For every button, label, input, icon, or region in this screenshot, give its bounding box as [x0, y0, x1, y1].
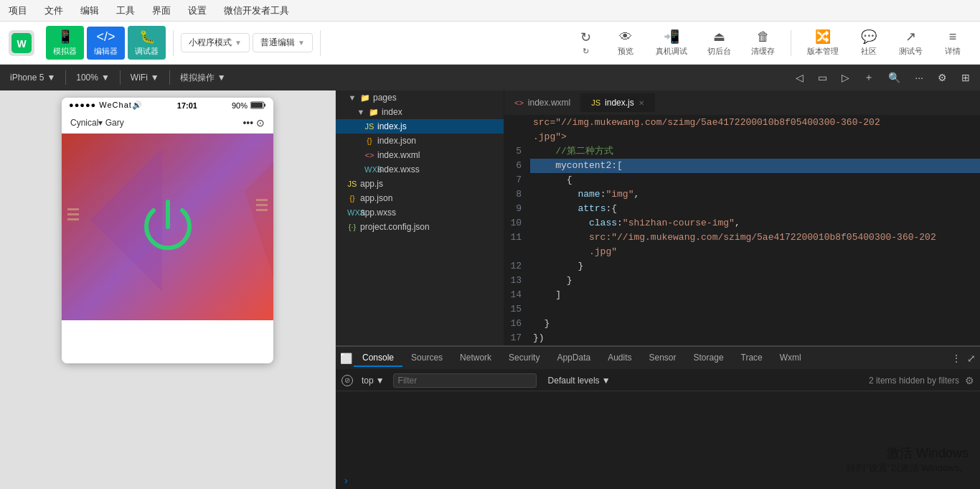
file-project-config[interactable]: {·} project.config.json: [336, 220, 504, 234]
line-content-5: //第二种方式: [530, 144, 980, 159]
code-editor-panel: <> index.wxml JS index.js ✕ src="//img.m…: [504, 90, 980, 489]
tab-index-js[interactable]: JS index.js ✕: [581, 93, 655, 112]
console-gear-icon[interactable]: ⚙: [965, 375, 974, 386]
console-tab-appdata[interactable]: AppData: [548, 350, 599, 367]
folder-pages[interactable]: ▼ 📁 pages: [336, 90, 504, 105]
zoom-select[interactable]: 100% ▼: [72, 71, 114, 84]
code-line-16: 16 }: [504, 317, 980, 331]
more-icon[interactable]: ···: [910, 70, 928, 85]
menu-item-devtools[interactable]: 微信开发者工具: [221, 3, 292, 19]
console-filter-input[interactable]: [504, 373, 537, 388]
cutbg-button[interactable]: ⏏ 切后台: [699, 26, 740, 60]
tab-index-wxml[interactable]: <> index.wxml: [504, 93, 581, 112]
file-app-wxss-label: app.wxss: [360, 208, 396, 218]
detail-label: 详情: [945, 46, 961, 57]
folder-index[interactable]: ▼ 📁 index: [336, 105, 504, 119]
version-icon: 🔀: [815, 29, 831, 45]
code-line-17: 17 }): [504, 331, 980, 345]
file-index-json[interactable]: {} index.json: [336, 134, 504, 148]
console-expand-icon[interactable]: ⤢: [966, 351, 977, 365]
code-line-15: 15: [504, 302, 980, 317]
menu-item-edit[interactable]: 编辑: [77, 3, 102, 19]
clear-label: 清缓存: [751, 46, 775, 57]
realdev-icon: 📲: [664, 29, 679, 45]
file-index-js[interactable]: JS index.js: [336, 119, 504, 134]
menu-item-interface[interactable]: 界面: [149, 3, 174, 19]
console-tab-sensor[interactable]: Sensor: [641, 350, 685, 367]
console-tab-storage[interactable]: Storage: [685, 350, 732, 367]
code-line-7: 7 {: [504, 173, 980, 187]
operation-select[interactable]: 模拟操作 ▼: [176, 70, 230, 85]
right-decor: [256, 199, 268, 211]
network-select[interactable]: WiFi ▼: [126, 71, 164, 84]
cutbg-icon: ⏏: [713, 29, 725, 45]
community-button[interactable]: 💬 社区: [850, 26, 887, 60]
tab-close-icon[interactable]: ✕: [639, 99, 644, 107]
file-app-wxss[interactable]: WXS app.wxss: [336, 205, 504, 220]
clear-icon: 🗑: [757, 29, 770, 45]
file-index-json-label: index.json: [377, 136, 416, 146]
back-page-icon[interactable]: ◁: [791, 70, 808, 85]
console-level-select[interactable]: Default levels ▼: [548, 376, 611, 386]
code-line-9: 9 attrs:{: [504, 202, 980, 216]
zoom-value: 100%: [76, 73, 98, 83]
menu-item-settings[interactable]: 设置: [185, 3, 209, 19]
menu-item-tools[interactable]: 工具: [113, 3, 138, 19]
console-tab-wxml[interactable]: Wxml: [771, 350, 810, 367]
svg-rect-3: [251, 103, 263, 108]
clear-button[interactable]: 🗑 清缓存: [743, 27, 783, 60]
phone-back[interactable]: Cynical▾ Gary: [70, 118, 124, 128]
line-content-15: [530, 302, 980, 317]
line-content-17: }): [530, 331, 980, 345]
console-level-arrow: ▼: [602, 376, 611, 386]
folder-index-arrow: ▼: [356, 108, 366, 116]
test-button[interactable]: ↗ 测试号: [890, 26, 931, 60]
compile-select[interactable]: 普通编辑 ▼: [253, 33, 313, 52]
phone-battery: 90%: [232, 101, 266, 110]
file-app-json[interactable]: {} app.json: [336, 191, 504, 205]
community-icon: 💬: [861, 29, 877, 45]
mode-select-arrow: ▼: [235, 39, 242, 47]
test-label: 测试号: [899, 46, 923, 57]
toolbar-right: ↻ ↻ 👁 预览 📲 真机调试 ⏏ 切后台 🗑 清缓存 🔀 版本管理 💬 社区: [567, 26, 971, 60]
simulator-button[interactable]: 📱 模拟器: [46, 26, 84, 60]
console-tab-security[interactable]: Security: [504, 350, 548, 367]
line-num-7: 7: [504, 173, 530, 187]
tab-wxml-icon: <>: [514, 98, 524, 107]
line-num-11: 11: [504, 230, 530, 245]
toolbar-separator-3: [791, 30, 791, 56]
preview-button[interactable]: 👁 预览: [607, 27, 644, 60]
device-select[interactable]: iPhone 5 ▼: [6, 71, 60, 84]
realdev-button[interactable]: 📲 真机调试: [647, 26, 696, 60]
device-name: iPhone 5: [10, 73, 44, 83]
layout-icon[interactable]: ⊞: [957, 70, 974, 85]
detail-button[interactable]: ≡ 详情: [934, 27, 971, 60]
editor-button[interactable]: </> 编辑器: [87, 27, 125, 60]
line-content-11: src:"//img.mukewang.com/szimg/5ae4172200…: [530, 230, 980, 245]
mode-select[interactable]: 小程序模式 ▼: [181, 33, 250, 52]
line-num-top: [504, 116, 530, 130]
dev-settings-icon[interactable]: ⚙: [933, 70, 951, 85]
file-index-wxss[interactable]: WXS index.wxss: [336, 162, 504, 177]
app-logo: W: [9, 30, 34, 56]
add-icon[interactable]: ＋: [859, 70, 878, 85]
phone-frame-icon[interactable]: ▭: [814, 70, 831, 85]
file-app-js[interactable]: JS app.js: [336, 177, 504, 191]
version-button[interactable]: 🔀 版本管理: [798, 26, 847, 60]
tab-wxml-label: index.wxml: [528, 98, 570, 108]
file-index-wxml[interactable]: <> index.wxml: [336, 148, 504, 162]
forward-icon[interactable]: ▷: [837, 70, 854, 85]
editor-label: 编辑器: [94, 46, 118, 57]
compile-button[interactable]: ↻ ↻: [567, 27, 604, 59]
search-icon[interactable]: 🔍: [884, 70, 905, 85]
tab-js-label: index.js: [605, 98, 634, 108]
console-more-icon[interactable]: ⋮: [950, 351, 963, 365]
line-num-5: 5: [504, 144, 530, 159]
debugger-button[interactable]: 🐛 调试器: [128, 26, 166, 60]
console-tab-trace[interactable]: Trace: [732, 350, 771, 367]
menu-item-project[interactable]: 项目: [6, 3, 30, 19]
line-content-14: ]: [530, 288, 980, 302]
code-line-top2: .jpg">: [504, 130, 980, 144]
menu-item-file[interactable]: 文件: [42, 3, 66, 19]
console-tab-audits[interactable]: Audits: [599, 350, 640, 367]
